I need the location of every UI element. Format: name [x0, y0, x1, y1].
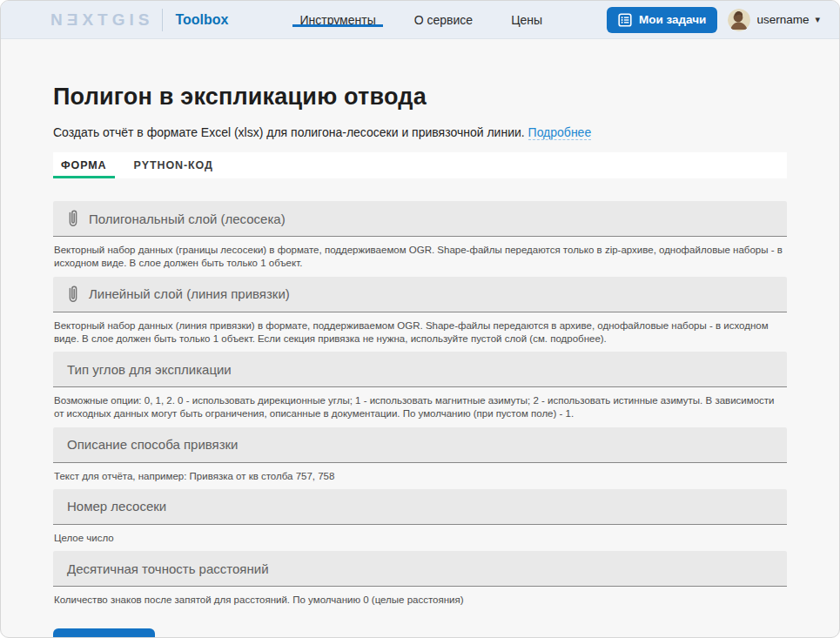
nextgis-logo: NƎXTGIS	[50, 10, 153, 30]
paperclip-icon	[67, 209, 79, 228]
form-field-row: Десятичная точность расстояний Количеств…	[53, 551, 787, 607]
form-field-input[interactable]: Описание способа привязки	[53, 427, 787, 463]
main-content: Полигон в экспликацию отвода Создать отч…	[1, 39, 839, 638]
more-details-link[interactable]: Подробнее	[528, 125, 592, 140]
top-navbar: NƎXTGIS Toolbox Инструменты О сервисе Це…	[1, 1, 839, 39]
description-text: Создать отчёт в формате Excel (xlsx) для…	[53, 125, 525, 139]
form-field-label: Линейный слой (линия привязки)	[89, 286, 290, 301]
tasks-list-icon	[618, 13, 632, 27]
form-tabbar: ФОРМА PYTHON-КОД	[53, 152, 787, 178]
user-menu[interactable]: username ▾	[728, 9, 820, 31]
form-field-help: Возможные опции: 0, 1, 2. 0 - использова…	[54, 394, 786, 421]
nav-menu: Инструменты О сервисе Цены	[280, 13, 561, 27]
form-field-label: Номер лесосеки	[67, 499, 166, 514]
toolbox-brand-link[interactable]: Toolbox	[175, 12, 228, 28]
form-tab[interactable]: PYTHON-КОД	[126, 152, 221, 178]
form-field-row: Номер лесосеки Целое число	[53, 489, 787, 545]
form-tab[interactable]: ФОРМА	[53, 152, 115, 178]
page-description: Создать отчёт в формате Excel (xlsx) для…	[53, 124, 787, 141]
form-field-row: Тип углов для экспликации Возможные опци…	[53, 352, 787, 421]
my-tasks-label: Мои задачи	[639, 13, 706, 26]
form-field-row: Описание способа привязки Текст для отчё…	[53, 427, 787, 483]
page-title: Полигон в экспликацию отвода	[53, 83, 787, 111]
my-tasks-button[interactable]: Мои задачи	[607, 7, 717, 33]
nav-right: Мои задачи username ▾	[607, 1, 839, 38]
nav-divider	[162, 9, 163, 31]
browser-window: NƎXTGIS Toolbox Инструменты О сервисе Це…	[0, 0, 840, 638]
form-field-input[interactable]: Тип углов для экспликации	[53, 352, 787, 387]
chevron-down-icon: ▾	[815, 15, 820, 24]
form-field-input[interactable]: Номер лесосеки	[53, 489, 787, 525]
run-button[interactable]: Запустить	[53, 628, 155, 638]
username-label: username	[756, 13, 809, 26]
nav-menu-item[interactable]: О сервисе	[395, 13, 492, 27]
form-field-row: Линейный слой (линия привязки) Векторный…	[53, 277, 787, 346]
tool-form: Полигональный слой (лесосека) Векторный …	[53, 201, 787, 608]
form-field-input[interactable]: Линейный слой (линия привязки)	[53, 277, 787, 312]
form-field-label: Десятичная точность расстояний	[67, 561, 269, 576]
form-field-label: Описание способа привязки	[67, 437, 239, 452]
form-field-input[interactable]: Полигональный слой (лесосека)	[53, 201, 787, 237]
form-field-input[interactable]: Десятичная точность расстояний	[53, 551, 787, 587]
form-field-row: Полигональный слой (лесосека) Векторный …	[53, 201, 787, 271]
form-field-label: Полигональный слой (лесосека)	[89, 212, 286, 226]
nav-menu-item[interactable]: Инструменты	[280, 13, 394, 27]
form-field-label: Тип углов для экспликации	[67, 362, 232, 377]
form-field-help: Векторный набор данных (границы лесосеки…	[54, 244, 786, 271]
paperclip-icon	[67, 285, 79, 304]
form-field-help: Количество знаков после запятой для расс…	[54, 594, 786, 607]
form-field-help: Векторный набор данных (линия привязки) …	[54, 319, 786, 346]
form-field-help: Текст для отчёта, например: Привязка от …	[54, 470, 786, 483]
avatar	[728, 9, 750, 31]
form-field-help: Целое число	[54, 532, 786, 545]
nav-left: NƎXTGIS Toolbox Инструменты О сервисе Це…	[1, 1, 561, 38]
nav-menu-item[interactable]: Цены	[492, 13, 561, 27]
